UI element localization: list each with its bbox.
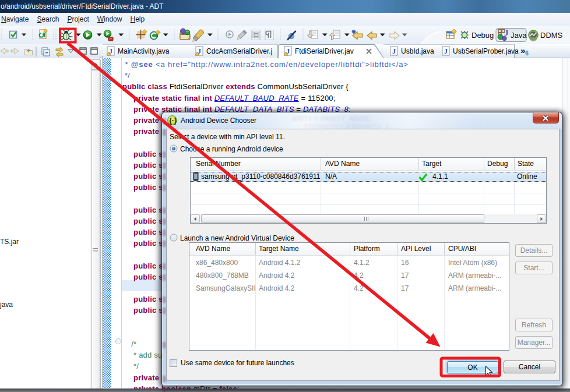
svg-text:Debug: Debug <box>472 31 494 40</box>
svg-text:J: J <box>392 47 396 55</box>
svg-text:{·}: {·} <box>169 116 177 125</box>
svg-text:DDMS: DDMS <box>540 31 563 40</box>
svg-text:J: J <box>504 28 509 37</box>
svg-text:Java: Java <box>511 31 527 40</box>
svg-text:J: J <box>444 47 448 55</box>
